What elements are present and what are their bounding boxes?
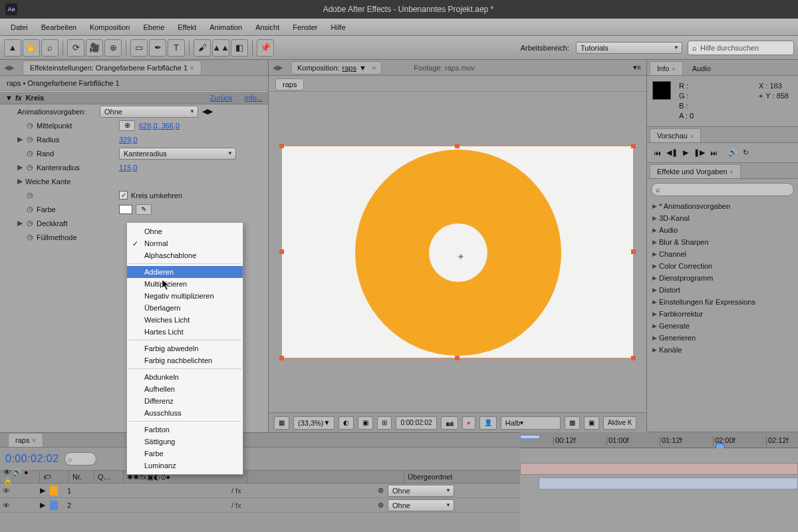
menu-item[interactable]: Farbig nachbelichten [127,354,243,366]
menu-ebene[interactable]: Ebene [136,21,171,33]
rectangle-tool-icon[interactable]: ▭ [130,39,148,57]
viewer[interactable]: ✦ [269,92,646,412]
comp-tab-value[interactable]: raps [342,64,356,72]
resize-handle[interactable] [279,144,284,148]
toggle-transparency-icon[interactable]: ▦ [565,416,580,430]
pen-tool-icon[interactable]: ✒ [149,39,166,57]
menu-animation[interactable]: Animation [203,21,249,33]
menu-item[interactable]: Abdunkeln [127,371,243,383]
disclosure-triangle-icon[interactable]: ▶ [17,219,24,227]
work-area-bar[interactable] [520,435,540,439]
menu-item[interactable]: Ausschluss [127,407,243,419]
disclosure-triangle-icon[interactable]: ▶ [40,486,48,495]
help-search-input[interactable]: ⌕ Hilfe durchsuchen [688,41,794,55]
stopwatch-icon[interactable]: ◷ [25,135,35,144]
anchor-point-icon[interactable]: ✦ [457,251,465,262]
menu-item[interactable]: Hartes Licht [127,326,243,338]
resolution-full-icon[interactable]: ▣ [358,416,373,430]
layer-bar[interactable] [520,463,798,475]
stopwatch-icon[interactable]: ◷ [25,163,35,172]
category-item[interactable]: ▶Dienstprogramm [647,272,798,284]
snapshot-icon[interactable]: 📷 [441,416,458,430]
color-mgmt-icon[interactable]: 👤 [479,416,497,430]
timecode-display[interactable]: 0:00:02:02 [396,416,436,430]
fx-badge-icon[interactable]: fx [15,94,22,102]
composition-tab[interactable]: Komposition: raps ▼ × [291,61,382,74]
nav-arrows-icon[interactable]: ◀▶ [202,107,213,116]
channel-icon[interactable]: ● [462,416,475,430]
resize-handle[interactable] [455,144,460,148]
menu-fenster[interactable]: Fenster [286,21,324,33]
track-area[interactable] [520,448,798,532]
brush-tool-icon[interactable]: 🖌 [194,39,211,57]
disclosure-triangle-icon[interactable]: ▶ [17,177,24,186]
menu-komposition[interactable]: Komposition [83,21,137,33]
next-frame-icon[interactable]: ❚▶ [694,148,705,157]
resize-handle[interactable] [631,249,636,254]
effects-presets-tab[interactable]: Effekte und Vorgaben× [650,164,741,178]
radius-value[interactable]: 329,0 [119,136,138,144]
category-item[interactable]: ▶* Animationsvorgaben [647,200,798,212]
mittelpunkt-value[interactable]: 628,0, 366,0 [139,122,180,130]
last-frame-icon[interactable]: ⏭ [710,149,718,157]
nr-column-header[interactable]: Nr. [69,471,94,483]
menu-effekt[interactable]: Effekt [171,21,203,33]
stopwatch-icon[interactable]: ◷ [25,233,35,242]
category-item[interactable]: ▶Einstellungen für Expressions [647,296,798,308]
category-item[interactable]: ▶Generate [647,320,798,332]
invert-checkbox[interactable]: ✓ [119,191,128,200]
close-icon[interactable]: × [672,66,675,72]
audio-tab[interactable]: Audio [686,62,718,75]
panel-menu-icon[interactable]: ▾≡ [633,63,641,72]
menu-item[interactable]: ✓Normal [127,237,243,249]
category-item[interactable]: ▶Audio [647,224,798,236]
stopwatch-icon[interactable]: ◷ [25,149,35,158]
close-icon[interactable]: × [31,436,35,444]
source-column-header[interactable]: Q… [94,471,124,483]
resolution-half-icon[interactable]: ◐ [338,416,354,430]
zoom-dropdown[interactable]: (33,3%) ▼ [293,416,334,430]
crosshair-icon[interactable]: ⊕ [119,120,135,131]
camera-tool-icon[interactable]: 🎥 [86,39,103,57]
rand-dropdown[interactable]: Kantenradius [119,148,236,160]
category-item[interactable]: ▶Kanäle [647,344,798,356]
timecode-display[interactable]: 0:00:02:02 [5,453,59,465]
prev-frame-icon[interactable]: ◀❚ [666,148,678,157]
color-swatch[interactable] [119,205,132,214]
first-frame-icon[interactable]: ⏮ [654,149,661,157]
stopwatch-icon[interactable]: ◷ [25,205,35,214]
visibility-icon[interactable]: 👁 [0,487,12,495]
stopwatch-icon[interactable]: ◷ [25,121,35,130]
clone-tool-icon[interactable]: ▲▲ [212,39,229,57]
layer-color-swatch[interactable] [50,486,58,495]
category-item[interactable]: ▶Farbkorrektur [647,308,798,320]
menu-item[interactable]: Weiches Licht [127,314,243,326]
panel-prev-icon[interactable]: ◀▶ [269,64,287,71]
menu-item[interactable]: Multiplizieren [127,278,243,290]
region-icon[interactable]: ▣ [584,416,599,430]
effect-controls-tab[interactable]: Effekteinstellungen: Orangefarbene Farbf… [23,61,201,74]
alpha-toggle-icon[interactable]: ▦ [274,416,289,430]
stopwatch-icon[interactable]: ◷ [25,219,35,228]
disclosure-triangle-icon[interactable]: ▶ [17,135,24,144]
disclosure-triangle-icon[interactable]: ▶ [17,163,24,172]
timeline-search-input[interactable]: ⌕ [65,452,96,466]
close-icon[interactable]: × [372,64,376,72]
category-item[interactable]: ▶Generieren [647,332,798,344]
disclosure-triangle-icon[interactable]: ▼ [5,94,13,102]
stopwatch-icon[interactable]: ◷ [25,191,35,200]
menu-item[interactable]: Farbton [127,424,243,436]
menu-datei[interactable]: Datei [4,21,35,33]
resize-handle[interactable] [279,356,284,360]
zoom-tool-icon[interactable]: ⌕ [41,39,59,57]
menu-item[interactable]: Farbe [127,448,243,460]
category-item[interactable]: ▶Channel [647,248,798,260]
view-dropdown[interactable]: Aktive K [603,416,637,430]
parent-dropdown[interactable]: Ohne [388,499,454,511]
hand-tool-icon[interactable]: ✋ [23,39,40,57]
eyedropper-icon[interactable]: ✎ [136,204,152,215]
info-tab[interactable]: Info× [650,61,683,75]
category-item[interactable]: ▶Blur & Sharpen [647,236,798,248]
layer-color-swatch[interactable] [50,501,58,510]
resize-handle[interactable] [631,144,636,148]
